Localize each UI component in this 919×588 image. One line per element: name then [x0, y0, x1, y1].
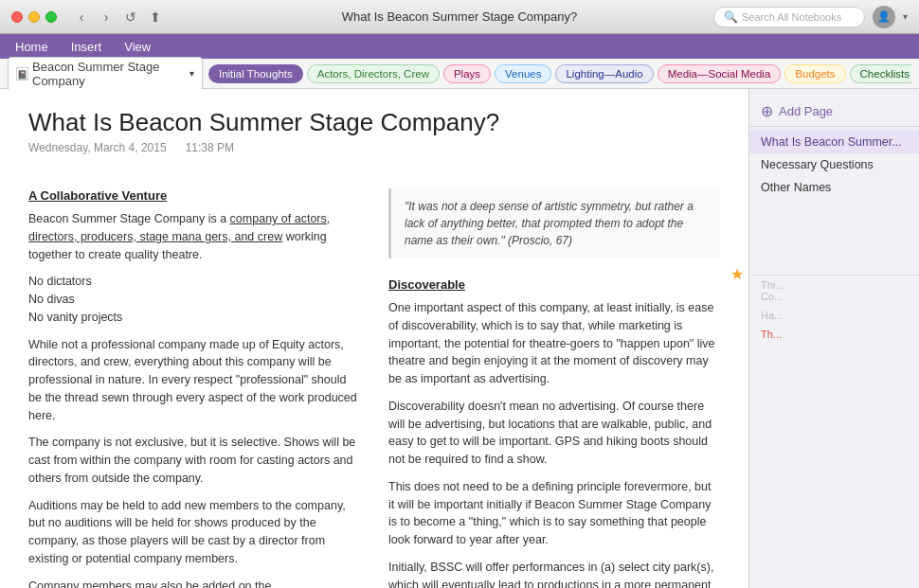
quote-box: "It was not a deep sense of artistic sym… — [388, 188, 720, 258]
share-button[interactable]: ⬆ — [146, 8, 165, 27]
sidebar: ⊕ Add Page What Is Beacon Summer... Nece… — [748, 89, 919, 588]
tab-checklists[interactable]: Checklists — [850, 64, 911, 83]
tab-media[interactable]: Media—Social Media — [658, 64, 782, 83]
sidebar-item-label-2: Other Names — [761, 181, 831, 194]
search-bar[interactable]: 🔍 Search All Notebooks — [713, 7, 865, 27]
menu-home[interactable]: Home — [11, 38, 52, 56]
para-disc-1: One important aspect of this company, at… — [388, 299, 720, 388]
sidebar-item-names[interactable]: Other Names — [749, 176, 919, 199]
title-bar-right: 🔍 Search All Notebooks 👤 ▾ — [713, 6, 908, 28]
tab-venues[interactable]: Venues — [495, 64, 551, 83]
minimize-button[interactable] — [28, 11, 40, 23]
user-avatar[interactable]: 👤 — [873, 6, 895, 28]
window-title: What Is Beacon Summer Stage Company? — [342, 9, 578, 24]
back-button[interactable]: ‹ — [72, 8, 91, 27]
tabs-area: Initial Thoughts Actors, Directors, Crew… — [208, 64, 911, 83]
heading-collaborative: A Collaborative Venture — [28, 188, 360, 203]
sidebar-item-label-0: What Is Beacon Summer... — [761, 135, 902, 149]
menu-bar: Home Insert View — [0, 34, 919, 59]
para-disc-3: This does not need to be a defining prin… — [388, 478, 720, 549]
maximize-button[interactable] — [45, 11, 57, 23]
notebook-bar: 📓 Beacon Summer Stage Company ▾ Initial … — [0, 59, 919, 89]
notebook-name: Beacon Summer Stage Company — [32, 60, 186, 88]
tab-actors[interactable]: Actors, Directors, Crew — [307, 64, 440, 83]
note-time: 11:38 PM — [186, 141, 234, 154]
notebook-chevron: ▾ — [189, 68, 194, 79]
left-column: A Collaborative Venture Beacon Summer St… — [28, 188, 360, 588]
refresh-button[interactable]: ↺ — [121, 8, 140, 27]
sidebar-item-questions[interactable]: Necessary Questions — [749, 153, 919, 176]
add-page-icon: ⊕ — [761, 102, 773, 120]
add-page-label: Add Page — [779, 104, 833, 118]
heading-discoverable: Discoverable — [388, 277, 720, 292]
notebook-icon: 📓 — [16, 67, 28, 80]
sidebar-partial-3: Th... — [749, 325, 919, 344]
para-collaborative-6: Company members may also be added on the… — [28, 578, 360, 589]
quote-text: "It was not a deep sense of artistic sym… — [405, 200, 694, 247]
sidebar-partial-2: Ha... — [749, 306, 919, 325]
tab-initial-thoughts[interactable]: Initial Thoughts — [208, 64, 303, 83]
close-button[interactable] — [11, 11, 23, 23]
sidebar-item-label-1: Necessary Questions — [761, 158, 874, 171]
tab-plays[interactable]: Plays — [443, 64, 491, 83]
account-chevron[interactable]: ▾ — [903, 11, 908, 22]
para-disc-2: Discoverability doesn't mean no advertis… — [388, 398, 720, 469]
main-area: What Is Beacon Summer Stage Company? Wed… — [0, 89, 919, 588]
search-placeholder: Search All Notebooks — [742, 11, 841, 23]
title-bar: ‹ › ↺ ⬆ What Is Beacon Summer Stage Comp… — [0, 0, 919, 34]
sidebar-item-what-is[interactable]: What Is Beacon Summer... — [749, 131, 919, 153]
sidebar-partial-1: Thi...Co... — [749, 275, 919, 306]
para-collaborative-2: No dictatorsNo divasNo vanity projects — [28, 273, 360, 326]
notebook-title[interactable]: 📓 Beacon Summer Stage Company ▾ — [8, 57, 203, 91]
right-column: "It was not a deep sense of artistic sym… — [388, 188, 720, 588]
para-collaborative-3: While not a professional company made up… — [28, 336, 360, 425]
tab-lighting[interactable]: Lighting—Audio — [555, 64, 653, 83]
para-collaborative-1: Beacon Summer Stage Company is a company… — [28, 210, 360, 263]
menu-insert[interactable]: Insert — [67, 38, 106, 56]
note-title: What Is Beacon Summer Stage Company? — [28, 108, 720, 137]
search-icon: 🔍 — [724, 10, 738, 24]
note-content[interactable]: What Is Beacon Summer Stage Company? Wed… — [0, 89, 748, 588]
forward-button[interactable]: › — [97, 8, 116, 27]
para-collaborative-5: Auditions may be held to add new members… — [28, 497, 360, 568]
nav-controls: ‹ › ↺ ⬆ — [72, 8, 165, 27]
para-disc-4: Initially, BSSC will offer performances … — [388, 559, 720, 588]
menu-view[interactable]: View — [120, 38, 154, 56]
para-collaborative-4: The company is not exclusive, but it is … — [28, 434, 360, 487]
tab-budgets[interactable]: Budgets — [784, 64, 845, 83]
note-date: Wednesday, March 4, 2015 — [28, 141, 167, 154]
add-page-button[interactable]: ⊕ Add Page — [749, 97, 919, 127]
window-controls — [11, 11, 57, 23]
